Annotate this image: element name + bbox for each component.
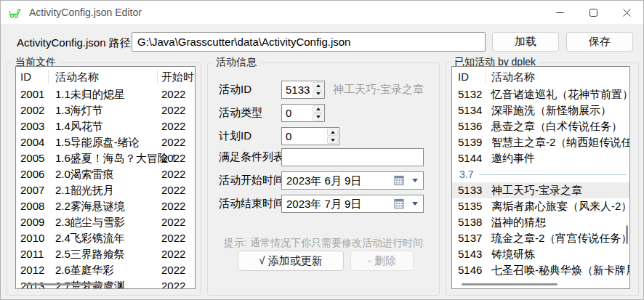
end-date-picker[interactable]: 2023年 7月 9日 xyxy=(281,195,424,213)
table-row[interactable]: 5139智慧主之章-2（纳西妲传说任务） xyxy=(452,134,629,150)
table-row[interactable]: 20082.2雾海悬谜境2022 xyxy=(16,198,195,214)
table-cell: 2022 xyxy=(161,262,185,278)
table-row[interactable]: 20021.3海灯节2022 xyxy=(16,102,195,118)
activity-info-group: 活动信息 活动ID 5133 神工天巧-宝录之章 活动类型 0 xyxy=(207,62,440,296)
table-cell: 2003 xyxy=(20,118,44,134)
spinner-up-button[interactable] xyxy=(313,82,323,89)
table-row[interactable]: 5133神工天巧-宝录之章 xyxy=(452,182,629,198)
minimize-button[interactable] xyxy=(543,1,576,24)
table-row[interactable]: 5134深罪施洗（新怪物展示） xyxy=(452,102,629,118)
schedule-id-spinner[interactable]: 0 xyxy=(281,127,339,145)
table-cell: 琉金之章-2（宵宫传说任务） xyxy=(491,230,630,246)
table-row[interactable]: 20092.3皑尘与雪影2022 xyxy=(16,214,195,230)
table-cell: 5138 xyxy=(458,214,482,230)
spinner-up-button[interactable] xyxy=(313,105,323,113)
table-row[interactable]: 20051.6盛夏！海岛？大冒险！2022 xyxy=(16,150,195,166)
table-row[interactable]: 5137琉金之章-2（宵宫传说任务） xyxy=(452,230,629,246)
column-header-name[interactable]: 活动名称 xyxy=(55,67,99,86)
load-button[interactable]: 加载 xyxy=(492,32,559,52)
table-cell: 2022 xyxy=(161,134,185,150)
window-title: ActivityConfig.json Editor xyxy=(29,7,142,18)
table-cell: 5132 xyxy=(458,86,482,102)
maximize-button[interactable] xyxy=(576,1,610,24)
activity-type-spinner[interactable]: 0 xyxy=(281,104,325,122)
table-cell: 2005 xyxy=(20,150,44,166)
table-row[interactable]: 20031.4风花节2022 xyxy=(16,118,195,134)
table-cell: 2.2雾海悬谜境 xyxy=(55,198,125,214)
table-header: ID 活动名称 开始时间 xyxy=(16,67,195,86)
table-row[interactable]: 20062.0渴索雷痕2022 xyxy=(16,166,195,182)
table-row[interactable]: 5138溢神的猜想 xyxy=(452,214,629,230)
table-cell: 2009 xyxy=(20,214,44,230)
table-row[interactable]: 20072.1韶光抚月2022 xyxy=(16,182,195,198)
current-file-group: 当前文件 ID 活动名称 开始时间 20011.1未归的熄星202220021.… xyxy=(7,62,201,296)
activity-info-group-title: 活动信息 xyxy=(213,56,259,69)
activity-id-row: 活动ID 5133 神工天巧-宝录之章 xyxy=(208,81,439,99)
spinner-down-button[interactable] xyxy=(327,137,338,144)
vertical-scrollbar-thumb[interactable] xyxy=(626,225,628,244)
dropdown-caret-icon[interactable] xyxy=(412,179,418,182)
schedule-id-row: 计划ID 0 xyxy=(208,127,439,145)
spinner-down-button[interactable] xyxy=(313,113,323,121)
table-header: ID 活动名称 xyxy=(452,67,629,86)
table-row[interactable]: 5132忆音诸途巡礼（花神节前置） xyxy=(452,86,629,102)
activity-id-spinner[interactable]: 5133 xyxy=(281,81,325,99)
table-row[interactable]: 20122.6堇庭华彩2022 xyxy=(16,262,195,278)
version-label: 3.7 xyxy=(459,166,473,182)
delete-button[interactable]: - 删除 xyxy=(350,251,414,271)
condition-list-input[interactable] xyxy=(281,148,424,166)
spinner-down-button[interactable] xyxy=(313,90,323,97)
start-date-picker[interactable]: 2023年 6月 9日 xyxy=(281,171,424,190)
grasscutter-app-icon xyxy=(8,7,23,19)
activity-type-value: 0 xyxy=(286,105,291,121)
table-cell: 5135 xyxy=(458,198,482,214)
table-cell: 1.3海灯节 xyxy=(55,102,103,118)
table-row[interactable]: 20112.5三界路飨祭2022 xyxy=(16,246,195,262)
table-row[interactable]: 20011.1未归的熄星2022 xyxy=(16,86,195,102)
column-header-id[interactable]: ID xyxy=(458,67,469,86)
table-cell: 5134 xyxy=(458,102,482,118)
horizontal-scrollbar-thumb[interactable] xyxy=(25,283,103,285)
column-header-name[interactable]: 活动名称 xyxy=(491,67,535,86)
table-row[interactable]: 5144邀约事件 xyxy=(452,150,629,166)
activity-type-row: 活动类型 0 xyxy=(208,104,439,122)
arrow-up-icon xyxy=(316,108,321,110)
table-cell: 2.1韶光抚月 xyxy=(55,182,114,198)
column-divider[interactable] xyxy=(486,70,486,84)
separator-line xyxy=(479,174,626,175)
spinner-up-button[interactable] xyxy=(327,129,338,136)
end-date-row: 活动结束时间 2023年 7月 9日 xyxy=(208,195,439,213)
titlebar: ActivityConfig.json Editor xyxy=(1,1,643,24)
calendar-icon xyxy=(394,198,405,209)
column-divider[interactable] xyxy=(48,70,49,84)
table-cell: 2006 xyxy=(20,166,44,182)
table-cell: 2012 xyxy=(20,262,44,278)
horizontal-scrollbar-thumb[interactable] xyxy=(462,283,558,285)
schedule-id-value: 0 xyxy=(286,128,291,145)
column-divider[interactable] xyxy=(157,70,158,84)
add-or-update-button[interactable]: √ 添加或更新 xyxy=(238,251,344,271)
table-row[interactable]: 20041.5导能原盘-绪论2022 xyxy=(16,134,195,150)
path-input[interactable] xyxy=(132,32,486,52)
table-cell: 2022 xyxy=(161,150,185,166)
dropdown-caret-icon[interactable] xyxy=(412,202,418,206)
table-cell: 悬壶之章（白术传说任务） xyxy=(491,118,622,134)
arrow-up-icon xyxy=(316,84,321,87)
table-cell: 5136 xyxy=(458,118,482,134)
table-row[interactable]: 5146七圣召唤-秘典华焕（新卡牌展示） xyxy=(452,262,629,278)
table-cell: 1.4风花节 xyxy=(55,118,103,134)
table-row[interactable]: 5143铸境研炼 xyxy=(452,246,629,262)
arrow-down-icon xyxy=(316,92,321,95)
table-row[interactable]: 5135离垢者肃心旅宴（风来人-2） xyxy=(452,198,629,214)
save-button[interactable]: 保存 xyxy=(566,32,633,52)
table-cell: 2022 xyxy=(161,102,185,118)
table-row[interactable]: 5136悬壶之章（白术传说任务） xyxy=(452,118,629,134)
close-button[interactable] xyxy=(610,1,643,24)
table-cell: 邀约事件 xyxy=(491,150,535,166)
table-row[interactable]: 20102.4飞彩镌流年2022 xyxy=(16,230,195,246)
table-cell: 2022 xyxy=(161,86,185,102)
calendar-icon xyxy=(394,175,405,186)
column-header-start[interactable]: 开始时间 xyxy=(161,67,196,86)
table-cell: 5143 xyxy=(458,246,482,262)
column-header-id[interactable]: ID xyxy=(20,67,31,86)
